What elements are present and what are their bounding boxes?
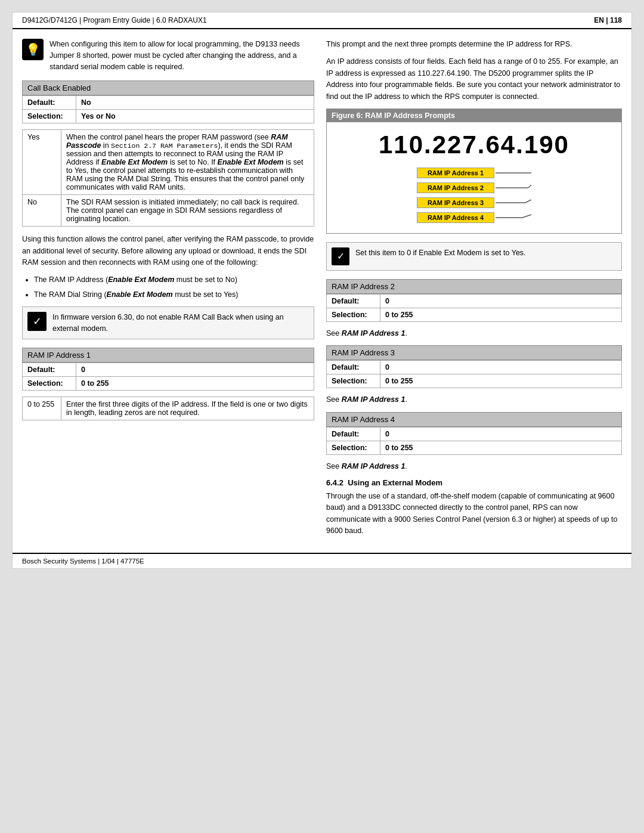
ram-ip2-default-value: 0 [380,294,622,308]
page: D9412G/D7412G | Program Entry Guide | 6.… [12,12,632,569]
subsection-heading: Using an External Modem [348,478,442,487]
figure-title: Figure 6: RAM IP Address Prompts [327,109,621,122]
ip-label-3-row: RAM IP Address 3 [417,197,531,208]
ram-ip4-section-header: RAM IP Address 4 [326,412,622,427]
selection-label: Selection: [23,110,76,123]
note-box: ✓ In firmware version 6.30, do not enabl… [22,306,314,340]
note-text: In firmware version 6.30, do not enable … [52,312,309,335]
ip-label-4: RAM IP Address 4 [417,212,494,223]
yes-row: Yes When the control panel hears the pro… [23,130,314,195]
bullet-item-2: The RAM Dial String (Enable Ext Modem mu… [34,289,314,301]
ram-ip4-see: See RAM IP Address 1. [326,461,622,472]
ram-ip2-param-table: Default: 0 Selection: 0 to 255 [326,294,622,322]
ram-ip2-selection-label: Selection: [327,308,380,321]
ram-ip1-default-value: 0 [76,363,314,377]
ram-ip2-default-row: Default: 0 [327,294,622,308]
page-footer: Bosch Security Systems | 1/04 | 47775E [13,553,631,568]
call-back-section-header: Call Back Enabled [22,80,314,95]
ram-ip4-selection-label: Selection: [327,441,380,454]
ip-label-2: RAM IP Address 2 [417,182,494,193]
header-right: EN | 118 [594,16,622,24]
ram-ip1-default-row: Default: 0 [23,363,314,377]
tip-box: 💡 When configuring this item to allow fo… [22,39,314,72]
ram-ip1-desc: Enter the first three digits of the IP a… [61,397,314,420]
ram-ip2-default-label: Default: [327,294,380,308]
ram-ip3-selection-label: Selection: [327,374,380,388]
small-checkmark-icon: ✓ [332,247,349,265]
figure-content: 110.227.64.190 RAM IP Address 1 RAM IP A… [327,122,621,233]
page-body: 💡 When configuring this item to allow fo… [13,29,631,553]
checkmark-icon: ✓ [27,312,47,331]
ram-ip2-selection-value: 0 to 255 [380,308,622,321]
call-back-param-table: Default: No Selection: Yes or No [22,95,314,123]
ram-ip3-default-label: Default: [327,361,380,374]
subsection-title: 6.4.2 Using an External Modem [326,478,622,487]
right-para2: An IP address consists of four fields. E… [326,56,622,103]
ip-label-3: RAM IP Address 3 [417,197,494,208]
bullet-item-1: The RAM IP Address (Enable Ext Modem mus… [34,274,314,286]
ram-ip1-param-table: Default: 0 Selection: 0 to 255 [22,363,314,391]
default-label: Default: [23,96,76,110]
header-left: D9412G/D7412G | Program Entry Guide | 6.… [22,16,207,24]
footer-left: Bosch Security Systems | 1/04 | 47775E [22,558,144,565]
ram-ip4-default-row: Default: 0 [327,427,622,441]
left-column: 💡 When configuring this item to allow fo… [22,39,314,543]
ram-ip1-section-header: RAM IP Address 1 [22,348,314,363]
yes-value: When the control panel hears the proper … [61,130,314,195]
subsection-para: Through the use of a standard, off-the-s… [326,491,622,537]
yes-key: Yes [23,130,61,195]
ram-ip1-selection-value: 0 to 255 [76,377,314,391]
ram-ip4-selection-row: Selection: 0 to 255 [327,441,622,454]
ram-ip3-param-table: Default: 0 Selection: 0 to 255 [326,360,622,388]
ram-ip2-see: See RAM IP Address 1. [326,328,622,339]
ram-ip2-section-header: RAM IP Address 2 [326,279,622,294]
lightbulb-icon: 💡 [22,39,44,60]
svg-line-4 [525,200,531,203]
ip-label-1: RAM IP Address 1 [417,168,494,178]
ram-ip3-selection-value: 0 to 255 [380,374,622,388]
body-para1: Using this function allows the control p… [22,234,314,268]
ram-ip4-default-label: Default: [327,427,380,441]
svg-line-6 [522,215,531,218]
ram-ip3-default-value: 0 [380,361,622,374]
ram-ip1-default-label: Default: [23,363,76,377]
ram-ip3-section-header: RAM IP Address 3 [326,345,622,360]
ram-ip3-default-row: Default: 0 [327,361,622,374]
page-header: D9412G/D7412G | Program Entry Guide | 6.… [13,13,631,29]
right-column: This prompt and the next three prompts d… [326,39,622,543]
ram-ip1-selection-label: Selection: [23,377,76,391]
ram-ip1-key: 0 to 255 [23,397,61,420]
no-value: The SDI RAM session is initiated immedia… [61,195,314,227]
ip-label-2-row: RAM IP Address 2 [417,182,531,193]
small-note-text: Set this item to 0 if Enable Ext Modem i… [355,247,526,259]
ram-ip3-selection-row: Selection: 0 to 255 [327,374,622,388]
ram-ip1-desc-row: 0 to 255 Enter the first three digits of… [23,397,314,420]
ip-label-1-row: RAM IP Address 1 [417,168,531,178]
ram-ip1-desc-table: 0 to 255 Enter the first three digits of… [22,397,314,420]
bullet-list: The RAM IP Address (Enable Ext Modem mus… [34,274,314,301]
figure-box: Figure 6: RAM IP Address Prompts 110.227… [326,109,622,234]
call-back-desc-table: Yes When the control panel hears the pro… [22,129,314,227]
ram-ip1-selection-row: Selection: 0 to 255 [23,377,314,391]
default-row: Default: No [23,96,314,110]
small-note-box: ✓ Set this item to 0 if Enable Ext Modem… [326,242,622,271]
default-value: No [76,96,314,110]
selection-value: Yes or No [76,110,314,123]
ram-ip2-selection-row: Selection: 0 to 255 [327,308,622,321]
ram-ip4-default-value: 0 [380,427,622,441]
svg-line-2 [528,185,531,188]
ip-label-4-row: RAM IP Address 4 [417,212,531,223]
subsection-number: 6.4.2 [326,478,343,487]
no-key: No [23,195,61,227]
ram-ip4-selection-value: 0 to 255 [380,441,622,454]
ram-ip4-param-table: Default: 0 Selection: 0 to 255 [326,427,622,455]
no-row: No The SDI RAM session is initiated imme… [23,195,314,227]
tip-text: When configuring this item to allow for … [49,39,314,72]
ram-ip3-see: See RAM IP Address 1. [326,394,622,405]
selection-row: Selection: Yes or No [23,110,314,123]
ip-address-large: 110.227.64.190 [333,131,615,159]
right-para1: This prompt and the next three prompts d… [326,39,622,50]
